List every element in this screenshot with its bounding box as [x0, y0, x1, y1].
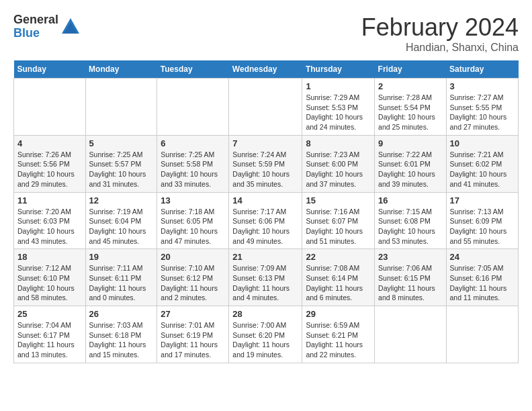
day-info: Sunrise: 7:15 AMSunset: 6:08 PMDaylight:… [378, 207, 442, 246]
calendar-cell: 15Sunrise: 7:16 AMSunset: 6:07 PMDayligh… [302, 192, 375, 249]
day-info: Sunrise: 7:04 AMSunset: 6:17 PMDaylight:… [17, 320, 82, 360]
day-info: Sunrise: 7:25 AMSunset: 5:58 PMDaylight:… [161, 150, 225, 189]
day-info: Sunrise: 7:29 AMSunset: 5:53 PMDaylight:… [306, 93, 371, 132]
week-row-0: 1Sunrise: 7:29 AMSunset: 5:53 PMDaylight… [14, 79, 519, 136]
day-number: 5 [89, 138, 154, 148]
day-number: 24 [450, 252, 515, 262]
day-number: 14 [232, 195, 298, 205]
day-number: 12 [89, 195, 154, 205]
calendar-cell [229, 79, 302, 136]
day-number: 23 [378, 252, 442, 262]
day-number: 2 [378, 81, 442, 91]
calendar-cell: 24Sunrise: 7:05 AMSunset: 6:16 PMDayligh… [446, 249, 519, 306]
day-number: 21 [232, 252, 298, 262]
day-info: Sunrise: 7:21 AMSunset: 6:02 PMDaylight:… [450, 150, 515, 189]
logo: General Blue [13, 13, 81, 40]
day-info: Sunrise: 7:08 AMSunset: 6:14 PMDaylight:… [306, 263, 371, 303]
calendar-cell: 19Sunrise: 7:11 AMSunset: 6:11 PMDayligh… [85, 249, 157, 306]
calendar-cell: 11Sunrise: 7:20 AMSunset: 6:03 PMDayligh… [14, 192, 86, 249]
calendar-cell: 25Sunrise: 7:04 AMSunset: 6:17 PMDayligh… [14, 306, 86, 363]
calendar-cell [14, 79, 86, 136]
day-number: 26 [89, 309, 154, 319]
day-info: Sunrise: 7:01 AMSunset: 6:19 PMDaylight:… [161, 320, 225, 360]
week-row-3: 18Sunrise: 7:12 AMSunset: 6:10 PMDayligh… [14, 249, 519, 306]
day-info: Sunrise: 7:17 AMSunset: 6:06 PMDaylight:… [232, 207, 298, 246]
calendar-cell: 26Sunrise: 7:03 AMSunset: 6:18 PMDayligh… [85, 306, 157, 363]
day-number: 9 [378, 138, 442, 148]
calendar-cell: 12Sunrise: 7:19 AMSunset: 6:04 PMDayligh… [85, 192, 157, 249]
location: Handian, Shanxi, China [361, 42, 519, 54]
header-friday: Friday [375, 60, 446, 79]
day-info: Sunrise: 7:25 AMSunset: 5:57 PMDaylight:… [89, 150, 154, 189]
calendar-cell: 5Sunrise: 7:25 AMSunset: 5:57 PMDaylight… [85, 135, 157, 192]
day-info: Sunrise: 6:59 AMSunset: 6:21 PMDaylight:… [306, 320, 371, 360]
day-info: Sunrise: 7:13 AMSunset: 6:09 PMDaylight:… [450, 207, 515, 246]
logo-blue: Blue [13, 27, 58, 40]
day-info: Sunrise: 7:16 AMSunset: 6:07 PMDaylight:… [306, 207, 371, 246]
header-tuesday: Tuesday [157, 60, 229, 79]
calendar-cell [375, 306, 446, 363]
day-info: Sunrise: 7:28 AMSunset: 5:54 PMDaylight:… [378, 93, 442, 132]
day-info: Sunrise: 7:00 AMSunset: 6:20 PMDaylight:… [232, 320, 298, 360]
day-number: 17 [450, 195, 515, 205]
day-info: Sunrise: 7:20 AMSunset: 6:03 PMDaylight:… [17, 207, 82, 246]
day-info: Sunrise: 7:27 AMSunset: 5:55 PMDaylight:… [450, 93, 515, 132]
calendar-cell: 20Sunrise: 7:10 AMSunset: 6:12 PMDayligh… [157, 249, 229, 306]
calendar-cell: 22Sunrise: 7:08 AMSunset: 6:14 PMDayligh… [302, 249, 375, 306]
calendar-cell: 18Sunrise: 7:12 AMSunset: 6:10 PMDayligh… [14, 249, 86, 306]
day-info: Sunrise: 7:12 AMSunset: 6:10 PMDaylight:… [17, 263, 82, 303]
calendar-cell: 27Sunrise: 7:01 AMSunset: 6:19 PMDayligh… [157, 306, 229, 363]
month-title: February 2024 [361, 13, 519, 42]
day-info: Sunrise: 7:09 AMSunset: 6:13 PMDaylight:… [232, 263, 298, 303]
day-info: Sunrise: 7:18 AMSunset: 6:05 PMDaylight:… [161, 207, 225, 246]
calendar-cell: 23Sunrise: 7:06 AMSunset: 6:15 PMDayligh… [375, 249, 446, 306]
day-info: Sunrise: 7:19 AMSunset: 6:04 PMDaylight:… [89, 207, 154, 246]
day-number: 10 [450, 138, 515, 148]
day-number: 18 [17, 252, 82, 262]
day-number: 16 [378, 195, 442, 205]
day-info: Sunrise: 7:26 AMSunset: 5:56 PMDaylight:… [17, 150, 82, 189]
calendar-cell: 29Sunrise: 6:59 AMSunset: 6:21 PMDayligh… [302, 306, 375, 363]
logo-icon [60, 17, 81, 37]
day-number: 20 [161, 252, 225, 262]
calendar-cell: 10Sunrise: 7:21 AMSunset: 6:02 PMDayligh… [446, 135, 519, 192]
header-wednesday: Wednesday [229, 60, 302, 79]
day-number: 11 [17, 195, 82, 205]
day-number: 13 [161, 195, 225, 205]
week-row-1: 4Sunrise: 7:26 AMSunset: 5:56 PMDaylight… [14, 135, 519, 192]
day-number: 4 [17, 138, 82, 148]
day-info: Sunrise: 7:06 AMSunset: 6:15 PMDaylight:… [378, 263, 442, 303]
calendar-cell: 4Sunrise: 7:26 AMSunset: 5:56 PMDaylight… [14, 135, 86, 192]
calendar-cell: 6Sunrise: 7:25 AMSunset: 5:58 PMDaylight… [157, 135, 229, 192]
day-info: Sunrise: 7:22 AMSunset: 6:01 PMDaylight:… [378, 150, 442, 189]
calendar-cell: 3Sunrise: 7:27 AMSunset: 5:55 PMDaylight… [446, 79, 519, 136]
calendar-cell: 16Sunrise: 7:15 AMSunset: 6:08 PMDayligh… [375, 192, 446, 249]
day-number: 8 [306, 138, 371, 148]
calendar-cell: 17Sunrise: 7:13 AMSunset: 6:09 PMDayligh… [446, 192, 519, 249]
day-info: Sunrise: 7:24 AMSunset: 5:59 PMDaylight:… [232, 150, 298, 189]
calendar-cell: 28Sunrise: 7:00 AMSunset: 6:20 PMDayligh… [229, 306, 302, 363]
header-saturday: Saturday [446, 60, 519, 79]
calendar-cell: 1Sunrise: 7:29 AMSunset: 5:53 PMDaylight… [302, 79, 375, 136]
calendar-cell: 13Sunrise: 7:18 AMSunset: 6:05 PMDayligh… [157, 192, 229, 249]
page-header: General Blue February 2024 Handian, Shan… [13, 13, 519, 54]
calendar-cell: 14Sunrise: 7:17 AMSunset: 6:06 PMDayligh… [229, 192, 302, 249]
day-info: Sunrise: 7:11 AMSunset: 6:11 PMDaylight:… [89, 263, 154, 303]
header-monday: Monday [85, 60, 157, 79]
day-info: Sunrise: 7:05 AMSunset: 6:16 PMDaylight:… [450, 263, 515, 303]
calendar-cell [157, 79, 229, 136]
day-number: 19 [89, 252, 154, 262]
day-number: 15 [306, 195, 371, 205]
header-sunday: Sunday [14, 60, 86, 79]
day-number: 28 [232, 309, 298, 319]
calendar-table: SundayMondayTuesdayWednesdayThursdayFrid… [13, 60, 519, 363]
title-section: February 2024 Handian, Shanxi, China [361, 13, 519, 54]
week-row-2: 11Sunrise: 7:20 AMSunset: 6:03 PMDayligh… [14, 192, 519, 249]
day-number: 25 [17, 309, 82, 319]
day-number: 3 [450, 81, 515, 91]
calendar-cell: 2Sunrise: 7:28 AMSunset: 5:54 PMDaylight… [375, 79, 446, 136]
calendar-cell: 21Sunrise: 7:09 AMSunset: 6:13 PMDayligh… [229, 249, 302, 306]
header-thursday: Thursday [302, 60, 375, 79]
header-row: SundayMondayTuesdayWednesdayThursdayFrid… [14, 60, 519, 79]
day-info: Sunrise: 7:03 AMSunset: 6:18 PMDaylight:… [89, 320, 154, 360]
